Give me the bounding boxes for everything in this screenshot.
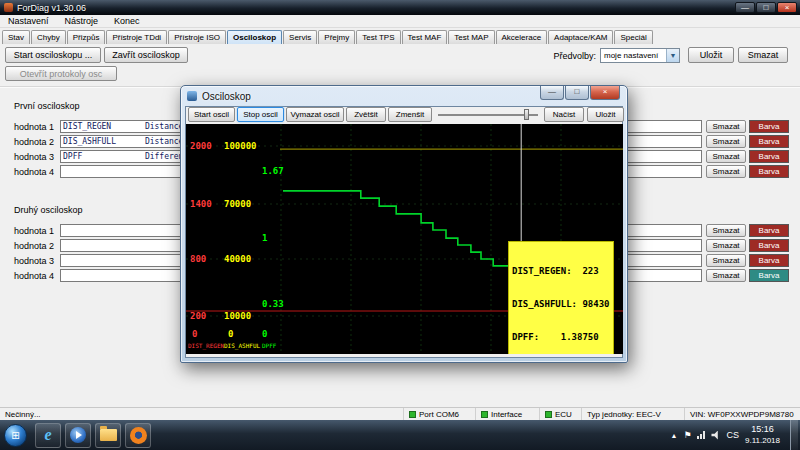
clear-oscil-button[interactable]: Vymazat oscil	[286, 107, 344, 122]
menu-nastroje[interactable]: Nástroje	[65, 16, 99, 26]
system-tray: ▲ ⚑ CS 15:16 9.11.2018	[670, 420, 800, 450]
open-protocols-button[interactable]: Otevřít protokoly osc	[5, 66, 117, 81]
zoom-slider[interactable]	[438, 114, 538, 116]
oscilloscope-window-title: Osciloskop	[202, 91, 251, 102]
row-color-button[interactable]: Barva	[749, 165, 789, 178]
chevron-down-icon[interactable]: ▼	[666, 49, 679, 62]
action-center-flag-icon[interactable]: ⚑	[683, 430, 691, 440]
tab-test-tps[interactable]: Test TPS	[356, 30, 400, 44]
tooltip-line: DIS_ASHFULL: 98430	[512, 299, 610, 310]
row-delete-button[interactable]: Smazat	[706, 254, 746, 267]
status-port: Port COM6	[403, 408, 475, 420]
window-icon	[187, 91, 197, 101]
ecu-status-led	[545, 411, 552, 418]
tab-adaptace-kam[interactable]: Adaptace/KAM	[548, 30, 613, 44]
app-titlebar[interactable]: ForDiag v1.30.06 — □ ×	[0, 0, 800, 15]
row-color-button[interactable]: Barva	[749, 224, 789, 237]
row-delete-button[interactable]: Smazat	[706, 150, 746, 163]
tab-akcelerace[interactable]: Akcelerace	[496, 30, 548, 44]
tab-test-map[interactable]: Test MAP	[448, 30, 494, 44]
media-player-icon[interactable]	[65, 423, 91, 448]
app-title: ForDiag v1.30.06	[17, 3, 86, 13]
language-indicator[interactable]: CS	[726, 430, 739, 440]
minimize-button[interactable]: —	[540, 86, 564, 100]
row-color-button[interactable]: Barva	[749, 135, 789, 148]
row-delete-button[interactable]: Smazat	[706, 224, 746, 237]
maximize-button[interactable]: □	[756, 2, 776, 13]
interface-status-led	[481, 411, 488, 418]
tab-pristroje-tddi[interactable]: Přístroje TDdi	[106, 30, 167, 44]
channel-label: DIS_ASHFUL	[224, 342, 260, 349]
tab-pristroje-iso[interactable]: Přístroje ISO	[168, 30, 226, 44]
row-color-button[interactable]: Barva	[749, 239, 789, 252]
close-icon[interactable]: ×	[590, 86, 620, 100]
row-label: hodnota 1	[14, 226, 54, 236]
start-oscilloscope-button[interactable]: Start osciloskopu ...	[5, 47, 101, 63]
row-label: hodnota 1	[14, 122, 54, 132]
close-oscilloscope-button[interactable]: Zavřít osciloskop	[104, 47, 188, 63]
toolbar-row-1: Start osciloskopu ... Zavřít osciloskop …	[0, 47, 800, 64]
preset-select[interactable]: moje nastavení ▼	[600, 48, 680, 63]
tab-test-maf[interactable]: Test MAF	[402, 30, 448, 44]
tab-stav[interactable]: Stav	[2, 30, 30, 44]
row-color-button[interactable]: Barva	[749, 269, 789, 282]
zoom-out-button[interactable]: Zmenšit	[388, 107, 432, 122]
first-oscilloscope-title: První osciloskop	[14, 101, 80, 111]
row-delete-button[interactable]: Smazat	[706, 269, 746, 282]
axis-tick: 10000	[224, 311, 251, 321]
zoom-in-button[interactable]: Zvětšit	[346, 107, 386, 122]
clock-time: 15:16	[745, 424, 780, 435]
ie-icon[interactable]: e	[35, 423, 61, 448]
minimize-button[interactable]: —	[735, 2, 755, 13]
row-delete-button[interactable]: Smazat	[706, 165, 746, 178]
start-oscil-button[interactable]: Start oscil	[188, 107, 235, 122]
oscilloscope-plot[interactable]: 2000 1400 800 200 100000 70000 40000 100…	[186, 124, 623, 354]
save-button[interactable]: Uložit	[587, 107, 624, 122]
tab-prejmy[interactable]: Přejmy	[318, 30, 355, 44]
row-color-button[interactable]: Barva	[749, 254, 789, 267]
maximize-button[interactable]: □	[565, 86, 589, 100]
axis-tick: 40000	[224, 254, 251, 264]
status-unit-type: Typ jednotky: EEC-V	[581, 408, 684, 420]
tab-servis[interactable]: Servis	[283, 30, 317, 44]
row-delete-button[interactable]: Smazat	[706, 239, 746, 252]
tab-special[interactable]: Speciál	[614, 30, 652, 44]
preset-delete-button[interactable]: Smazat	[738, 47, 788, 63]
stop-oscil-button[interactable]: Stop oscil	[237, 107, 284, 122]
network-icon[interactable]	[697, 431, 705, 439]
second-oscilloscope-title: Druhý osciloskop	[14, 205, 83, 215]
axis-tick: 1.67	[262, 166, 284, 176]
interface-label: Interface	[491, 410, 522, 419]
taskbar-clock[interactable]: 15:16 9.11.2018	[745, 424, 780, 445]
menu-nastaveni[interactable]: Nastavení	[8, 16, 49, 26]
explorer-folder-icon[interactable]	[95, 423, 121, 448]
hidden-icons-chevron-icon[interactable]: ▲	[670, 432, 677, 439]
row-color-button[interactable]: Barva	[749, 150, 789, 163]
axis-tick: 70000	[224, 199, 251, 209]
firefox-icon[interactable]	[125, 423, 151, 448]
row-label: hodnota 3	[14, 256, 54, 266]
row-color-button[interactable]: Barva	[749, 120, 789, 133]
show-desktop-button[interactable]	[790, 420, 798, 450]
tab-prizpus[interactable]: Přizpůs	[67, 30, 106, 44]
status-interface: Interface	[475, 408, 539, 420]
slider-thumb[interactable]	[524, 109, 529, 120]
tabbar: Stav Chyby Přizpůs Přístroje TDdi Přístr…	[2, 29, 798, 44]
axis-tick: 2000	[190, 141, 212, 151]
tab-osciloskop[interactable]: Osciloskop	[227, 30, 282, 44]
tab-chyby[interactable]: Chyby	[31, 30, 66, 44]
load-button[interactable]: Načíst	[544, 107, 584, 122]
menu-konec[interactable]: Konec	[114, 16, 140, 26]
close-button[interactable]: ×	[777, 2, 797, 13]
volume-icon[interactable]	[711, 431, 720, 440]
row-delete-button[interactable]: Smazat	[706, 135, 746, 148]
axis-tick: 800	[190, 254, 206, 264]
axis-zero: 0	[192, 329, 197, 339]
start-button[interactable]: ⊞	[4, 424, 27, 447]
axis-tick: 100000	[224, 141, 257, 151]
status-vin: VIN: WF0PXXWPDP9M8780	[684, 408, 800, 420]
row-label: hodnota 2	[14, 137, 54, 147]
row-label: hodnota 4	[14, 167, 54, 177]
row-delete-button[interactable]: Smazat	[706, 120, 746, 133]
preset-save-button[interactable]: Uložit	[688, 47, 734, 63]
